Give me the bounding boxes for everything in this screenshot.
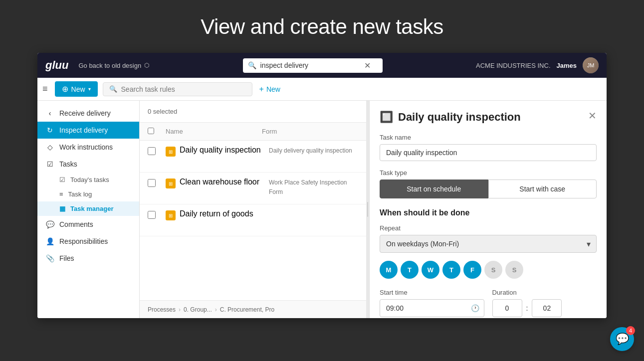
new-button[interactable]: ⊕ New ▾ <box>55 81 98 97</box>
sidebar-item-work-instructions[interactable]: ◇ Work instructions <box>37 139 139 156</box>
sidebar-item-comments[interactable]: 💬 Comments <box>37 216 139 233</box>
task-list-area: 0 selected Name Form ⊞ <box>140 101 366 318</box>
time-duration-row: Start time 🕐 Duration : <box>380 289 597 317</box>
sidebar-item-label: Comments <box>59 220 93 228</box>
add-new-label: New <box>266 85 280 93</box>
sidebar-item-inspect-delivery[interactable]: ↻ Inspect delivery <box>37 122 139 139</box>
start-time-input[interactable] <box>380 299 484 317</box>
table-row[interactable]: ⊞ Daily return of goods <box>140 204 366 236</box>
search-clear-icon[interactable]: ✕ <box>364 61 371 70</box>
checkbox-col-header <box>148 128 166 136</box>
new-button-label: New <box>71 85 85 93</box>
row-checkbox-2[interactable] <box>148 178 166 189</box>
day-saturday-button[interactable]: S <box>484 261 502 279</box>
row-checkbox-1[interactable] <box>148 146 166 157</box>
avatar[interactable]: JM <box>583 57 599 73</box>
start-with-case-button[interactable]: Start with case <box>488 180 597 198</box>
chat-icon: 💬 <box>616 333 629 346</box>
task-checkbox[interactable] <box>148 211 156 219</box>
comment-icon: 💬 <box>45 220 54 228</box>
duration-field: Duration : <box>492 289 597 317</box>
breadcrumb-part-1: Processes <box>148 306 176 313</box>
add-new-button[interactable]: + New <box>259 85 280 94</box>
add-icon: + <box>259 85 264 94</box>
main-content: ‹ Receive delivery ↻ Inspect delivery ◇ … <box>37 101 607 318</box>
hamburger-icon[interactable]: ≡ <box>42 84 48 94</box>
selected-count: 0 selected <box>148 108 177 115</box>
chat-button[interactable]: 💬 4 <box>610 327 634 351</box>
sidebar-item-files[interactable]: 📎 Files <box>37 250 139 267</box>
task-name-2: Clean warehouse floor <box>180 178 269 186</box>
task-type-icon: ⊞ <box>166 210 176 220</box>
day-thursday-button[interactable]: T <box>442 261 460 279</box>
duration-separator: : <box>525 300 529 317</box>
table-row[interactable]: ⊞ Daily quality inspection Daily deliver… <box>140 141 366 173</box>
task-type-icon: ⊞ <box>166 179 176 188</box>
start-time-input-wrap: 🕐 <box>380 299 484 317</box>
start-time-field: Start time 🕐 <box>380 289 484 317</box>
close-icon[interactable]: ✕ <box>588 111 597 121</box>
breadcrumb-sep-1: › <box>179 306 181 313</box>
task-search-input[interactable] <box>121 85 246 93</box>
repeat-select[interactable]: On weekdays (Mon-Fri) <box>380 235 597 253</box>
sidebar-item-label: Today's tasks <box>70 176 109 183</box>
repeat-label: Repeat <box>380 224 597 232</box>
day-wednesday-button[interactable]: W <box>422 261 439 279</box>
top-nav: gluu Go back to old design ⬡ 🔍 ✕ ACME IN… <box>37 53 607 78</box>
refresh-icon: ↻ <box>45 126 54 134</box>
sidebar-item-receive-delivery[interactable]: ‹ Receive delivery <box>37 105 139 122</box>
task-form-label: Work Place Safety Inspection Form <box>269 179 347 195</box>
start-on-schedule-button[interactable]: Start on schedule <box>380 180 488 198</box>
dropdown-arrow-icon: ▾ <box>88 86 91 92</box>
day-sunday-button[interactable]: S <box>505 261 523 279</box>
sidebar-item-label: Task log <box>68 190 92 198</box>
row-checkbox-3[interactable] <box>148 209 166 221</box>
resize-handle[interactable] <box>366 101 369 318</box>
day-friday-button[interactable]: F <box>463 261 481 279</box>
day-monday-button[interactable]: M <box>380 261 398 279</box>
task-form-label: Daily delivery quality inspection <box>269 147 352 154</box>
global-search-bar: 🔍 ✕ <box>243 58 383 73</box>
task-checkbox[interactable] <box>148 179 156 187</box>
form-col-header: Form <box>262 128 358 135</box>
sidebar-item-responsibilities[interactable]: 👤 Responsibilities <box>37 233 139 250</box>
person-icon: 👤 <box>45 237 54 245</box>
sidebar-item-tasks[interactable]: ☑ Tasks <box>37 156 139 173</box>
panel-task-icon: 🔲 <box>380 111 393 124</box>
search-icon: 🔍 <box>109 85 117 93</box>
clock-icon: 🕐 <box>471 304 479 312</box>
checkbox-small-icon: ☑ <box>59 176 65 183</box>
panel-title: Daily quality inspection <box>398 111 521 124</box>
task-name-label: Daily return of goods <box>180 209 253 218</box>
task-name-label: Clean warehouse floor <box>180 178 259 186</box>
user-name: James <box>557 62 577 69</box>
diamond-icon: ◇ <box>45 143 54 151</box>
day-tuesday-button[interactable]: T <box>401 261 419 279</box>
go-back-button[interactable]: Go back to old design ⬡ <box>78 62 149 69</box>
right-panel: 🔲 Daily quality inspection ✕ Task name T… <box>369 101 607 318</box>
sidebar-item-todays-tasks[interactable]: ☑ Today's tasks <box>37 173 139 187</box>
duration-label: Duration <box>492 289 597 296</box>
sidebar-item-label: Task manager <box>70 205 113 212</box>
breadcrumb-sep-2: › <box>215 306 217 313</box>
breadcrumb-part-2: 0. Group... <box>184 306 212 313</box>
global-search-input[interactable] <box>260 61 360 69</box>
secondary-nav: ≡ ⊕ New ▾ 🔍 + New <box>37 78 607 101</box>
chat-badge: 4 <box>626 326 635 335</box>
select-all-checkbox[interactable] <box>148 128 154 134</box>
task-type-label: Task type <box>380 169 597 177</box>
duration-minutes-input[interactable] <box>532 299 562 317</box>
duration-hours-input[interactable] <box>492 299 522 317</box>
sidebar-item-task-manager[interactable]: ▦ Task manager <box>37 201 139 216</box>
task-name-3: Daily return of goods <box>180 209 269 218</box>
table-row[interactable]: ⊞ Clean warehouse floor Work Place Safet… <box>140 173 366 204</box>
grid-icon: ▦ <box>59 205 65 212</box>
task-checkbox[interactable] <box>148 147 156 155</box>
sidebar-item-task-log[interactable]: ≡ Task log <box>37 187 139 201</box>
task-list: 0 selected Name Form ⊞ <box>140 101 366 236</box>
sidebar-item-label: Receive delivery <box>59 109 111 117</box>
avatar-image: JM <box>583 57 599 73</box>
task-name-1: Daily quality inspection <box>180 146 269 155</box>
task-name-input[interactable] <box>380 144 597 161</box>
panel-title-row: 🔲 Daily quality inspection <box>380 111 521 124</box>
